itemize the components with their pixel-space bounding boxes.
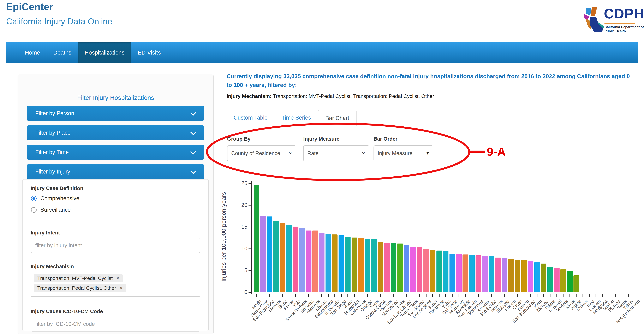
bar-napa[interactable] [371,239,377,292]
y-tick [248,292,251,293]
y-tick [248,205,251,205]
bar-yolo[interactable] [293,227,298,292]
bar-calaveras[interactable] [358,238,364,292]
x-tick [276,294,276,297]
x-tick [446,294,446,297]
x-tick [289,294,289,297]
bar-contra-costa[interactable] [378,242,383,292]
y-tick-label: 20 [231,202,247,208]
y-tick-label: 10 [231,246,247,252]
bar-san-francisco[interactable] [267,216,272,292]
bar-butte[interactable] [280,223,285,292]
x-tick [602,294,603,297]
bar-tehama[interactable] [495,258,501,292]
bar-san-bernardino[interactable] [528,261,533,292]
x-tick [563,294,564,297]
bar-san-diego[interactable] [338,235,344,292]
x-tick [393,294,394,297]
bar-humboldt[interactable] [352,238,357,292]
x-tick [576,294,576,297]
x-tick [308,294,309,297]
bar-el-dorado[interactable] [332,234,338,292]
bar-solano[interactable] [521,260,527,292]
x-tick [556,294,557,297]
bar-placer[interactable] [286,225,292,292]
x-tick [354,294,355,297]
y-tick-label: 0 [231,289,247,295]
x-tick [615,294,616,297]
x-tick [439,294,440,297]
x-tick [334,294,335,297]
bar-mendocino[interactable] [391,243,396,292]
x-tick [550,294,550,297]
bar-santa-clara[interactable] [410,247,416,292]
bar-stanislaus[interactable] [476,255,481,292]
y-tick-label: 15 [231,224,247,230]
x-tick [406,294,407,297]
x-tick [530,294,531,297]
bar-mono[interactable] [345,237,350,292]
x-tick [380,294,381,297]
y-tick-label: 25 [231,180,247,186]
bar-tulare[interactable] [548,267,553,292]
bar-san-luis-obispo[interactable] [404,245,410,292]
x-tick [419,294,420,297]
x-tick [361,294,361,297]
x-tick [498,294,498,297]
y-tick [248,248,251,249]
bar-glenn[interactable] [515,260,520,292]
bar-sacramento[interactable] [326,234,331,292]
x-tick [367,294,368,297]
x-tick [582,294,583,297]
bar-santa-cruz[interactable] [260,216,266,292]
bar-monterey[interactable] [456,254,462,292]
bar-los-angeles[interactable] [424,249,429,292]
x-tick [269,294,270,297]
bar-ventura[interactable] [384,243,390,292]
bar-lake[interactable] [397,244,403,292]
x-tick [608,294,609,297]
bar-merced[interactable] [541,264,546,292]
bar-san-joaquin[interactable] [469,255,475,292]
y-tick [248,227,251,227]
bar-riverside[interactable] [462,254,468,292]
bar-shasta[interactable] [319,233,324,292]
bar-kern[interactable] [534,262,540,292]
bar-imperial[interactable] [554,268,560,292]
bar-sonoma[interactable] [306,230,312,292]
x-tick [348,294,348,297]
annotation-connector-line [469,151,485,153]
bar-fresno[interactable] [508,259,514,292]
x-tick [341,294,342,297]
bar-yuba[interactable] [443,251,448,292]
bar-orange[interactable] [364,239,370,292]
x-tick [543,294,544,297]
bar-marin[interactable] [254,185,259,292]
bar-tuolumne[interactable] [436,251,442,292]
bar-kings[interactable] [567,271,572,292]
x-tick [504,294,505,297]
x-tick [465,294,466,297]
bar-del-norte[interactable] [450,254,455,292]
x-tick [263,294,263,297]
bar-nevada[interactable] [273,221,279,292]
x-axis-line [251,294,639,294]
bar-madera[interactable] [560,269,566,292]
x-tick [478,294,478,297]
bar-alameda[interactable] [312,230,318,292]
bar-amador[interactable] [482,256,488,292]
x-tick [295,294,296,297]
bar-san-benito[interactable] [489,256,494,292]
bar-santa-barbara[interactable] [299,228,305,292]
bar-sutter[interactable] [430,250,436,292]
bar-alpine[interactable] [574,275,579,292]
bar-siskiyou[interactable] [502,258,507,292]
x-tick [458,294,459,297]
x-tick [596,294,596,297]
x-tick [491,294,492,297]
bar-san-mateo[interactable] [417,247,422,292]
x-tick [517,294,518,297]
x-tick [570,294,570,297]
x-tick [537,294,538,297]
y-axis-line [251,181,252,294]
